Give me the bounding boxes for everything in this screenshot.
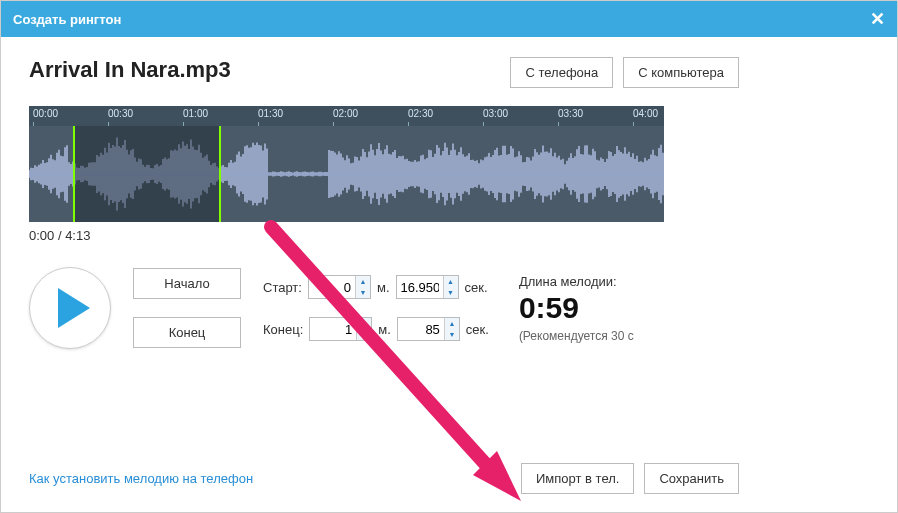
end-time-row: Конец: ▲▼ м. ▲▼ сек. xyxy=(263,317,489,341)
length-value: 0:59 xyxy=(519,291,647,325)
spinner: ▲▼ xyxy=(355,276,370,298)
spin-up-icon[interactable]: ▲ xyxy=(356,276,370,287)
timeline[interactable]: 00:00 00:30 01:00 01:30 02:00 02:30 03:0… xyxy=(29,106,664,126)
spin-down-icon[interactable]: ▼ xyxy=(356,287,370,298)
selection-buttons: Начало Конец xyxy=(133,268,241,348)
mark-end-button[interactable]: Конец xyxy=(133,317,241,348)
start-time-row: Старт: ▲▼ м. ▲▼ сек. xyxy=(263,275,489,299)
play-button[interactable] xyxy=(29,267,111,349)
start-min-input[interactable]: ▲▼ xyxy=(308,275,371,299)
content-area: Arrival In Nara.mp3 С телефона С компьют… xyxy=(1,37,897,512)
time-inputs: Старт: ▲▼ м. ▲▼ сек. Конец: xyxy=(263,275,489,341)
close-icon[interactable]: ✕ xyxy=(870,10,885,28)
tick-label: 01:00 xyxy=(183,108,208,119)
start-label: Старт: xyxy=(263,280,302,295)
tick-label: 00:00 xyxy=(33,108,58,119)
sec-unit: сек. xyxy=(466,322,489,337)
spin-up-icon[interactable]: ▲ xyxy=(357,318,371,329)
svg-line-319 xyxy=(271,227,499,479)
import-button[interactable]: Импорт в тел. xyxy=(521,463,634,494)
controls-row: Начало Конец Старт: ▲▼ м. ▲▼ сек. xyxy=(29,267,869,349)
spin-down-icon[interactable]: ▼ xyxy=(445,329,459,340)
end-min-field[interactable] xyxy=(310,318,356,340)
spinner: ▲▼ xyxy=(356,318,371,340)
waveform-area: 00:00 00:30 01:00 01:30 02:00 02:30 03:0… xyxy=(29,106,869,243)
help-link[interactable]: Как установить мелодию на телефон xyxy=(29,471,259,486)
titlebar: Создать рингтон ✕ xyxy=(1,1,897,37)
tick-label: 03:30 xyxy=(558,108,583,119)
sec-unit: сек. xyxy=(465,280,488,295)
end-min-input[interactable]: ▲▼ xyxy=(309,317,372,341)
waveform[interactable] xyxy=(29,126,664,222)
playback-position: 0:00 / 4:13 xyxy=(29,228,869,243)
spinner: ▲▼ xyxy=(444,318,459,340)
from-computer-button[interactable]: С компьютера xyxy=(623,57,739,88)
tick-label: 02:00 xyxy=(333,108,358,119)
length-box: Длина мелодии: 0:59 (Рекомендуется 30 с xyxy=(519,274,647,343)
spin-down-icon[interactable]: ▼ xyxy=(444,287,458,298)
window-title: Создать рингтон xyxy=(13,12,121,27)
tick-label: 00:30 xyxy=(108,108,133,119)
start-sec-field[interactable] xyxy=(397,276,443,298)
tick-label: 02:30 xyxy=(408,108,433,119)
end-label: Конец: xyxy=(263,322,303,337)
spinner: ▲▼ xyxy=(443,276,458,298)
tick-label: 03:00 xyxy=(483,108,508,119)
save-button[interactable]: Сохранить xyxy=(644,463,739,494)
footer: Как установить мелодию на телефон Импорт… xyxy=(29,463,869,494)
end-sec-input[interactable]: ▲▼ xyxy=(397,317,460,341)
spin-up-icon[interactable]: ▲ xyxy=(444,276,458,287)
source-buttons: С телефона С компьютера xyxy=(510,57,739,88)
file-name: Arrival In Nara.mp3 xyxy=(29,57,231,83)
end-sec-field[interactable] xyxy=(398,318,444,340)
action-buttons: Импорт в тел. Сохранить xyxy=(521,463,739,494)
spin-down-icon[interactable]: ▼ xyxy=(357,329,371,340)
ringtone-window: Создать рингтон ✕ Arrival In Nara.mp3 С … xyxy=(0,0,898,513)
length-label: Длина мелодии: xyxy=(519,274,647,289)
header-row: Arrival In Nara.mp3 С телефона С компьют… xyxy=(29,57,869,88)
play-icon xyxy=(58,288,90,328)
start-min-field[interactable] xyxy=(309,276,355,298)
min-unit: м. xyxy=(378,322,391,337)
mark-start-button[interactable]: Начало xyxy=(133,268,241,299)
tick-label: 04:00 xyxy=(633,108,658,119)
selection-range[interactable] xyxy=(73,126,221,222)
length-note: (Рекомендуется 30 с xyxy=(519,329,647,343)
start-sec-input[interactable]: ▲▼ xyxy=(396,275,459,299)
tick-label: 01:30 xyxy=(258,108,283,119)
min-unit: м. xyxy=(377,280,390,295)
spin-up-icon[interactable]: ▲ xyxy=(445,318,459,329)
from-phone-button[interactable]: С телефона xyxy=(510,57,613,88)
